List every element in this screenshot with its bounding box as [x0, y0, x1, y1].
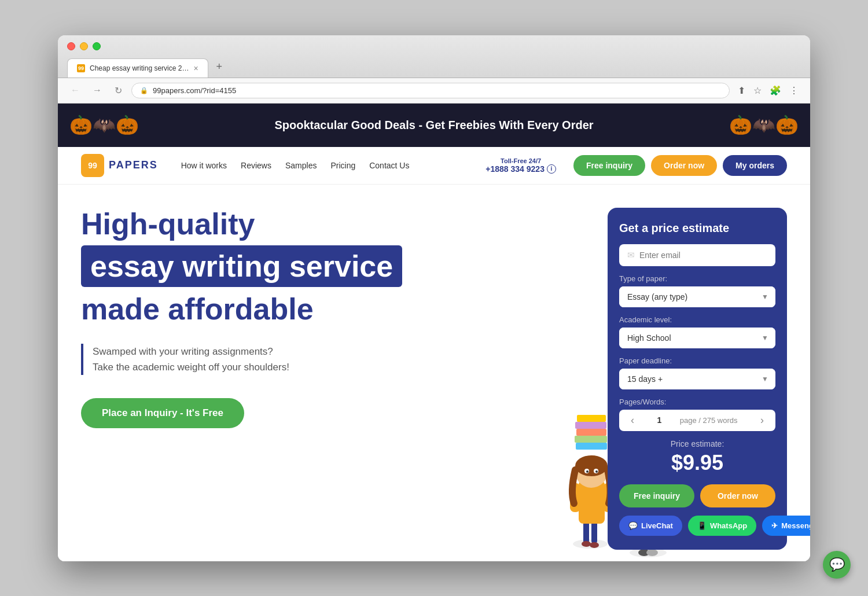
lock-icon: 🔒 [140, 87, 148, 94]
forward-button[interactable]: → [89, 84, 105, 97]
email-form-group: ✉ [619, 244, 775, 266]
email-input-wrapper[interactable]: ✉ [619, 244, 775, 266]
extensions-icon[interactable]: 🧩 [767, 83, 784, 98]
paper-type-group: Type of paper: Essay (any type) Research… [619, 274, 775, 307]
address-bar[interactable]: 🔒 99papers.com/?rid=4155 [131, 83, 730, 98]
hero-desc-line1: Swamped with your writing assignments? [93, 344, 596, 359]
share-icon[interactable]: ⬆ [735, 83, 748, 98]
pumpkin-1: 🎃 [69, 114, 93, 136]
new-tab-button[interactable]: + [211, 56, 229, 78]
paper-type-label: Type of paper: [619, 274, 775, 283]
address-bar-row: ← → ↻ 🔒 99papers.com/?rid=4155 ⬆ ☆ 🧩 ⋮ [58, 78, 810, 104]
traffic-lights [67, 42, 801, 50]
logo-short: 99 [88, 161, 97, 170]
price-estimate-card: Get a price estimate ✉ Type of paper: Es… [608, 208, 787, 550]
close-button[interactable] [67, 42, 75, 50]
bat-1: 🦇 [93, 114, 116, 136]
nav-links: How it works Reviews Samples Pricing Con… [181, 161, 475, 170]
price-estimate-label: Price estimate: [619, 439, 775, 448]
nav-pricing[interactable]: Pricing [330, 161, 355, 170]
nav-samples[interactable]: Samples [285, 161, 317, 170]
deadline-select-wrapper: 15 days + 10 days 7 days 5 days 3 days 2… [619, 369, 775, 389]
tab-close-button[interactable]: × [193, 64, 198, 73]
order-now-button[interactable]: Order now [651, 155, 717, 176]
card-free-inquiry-button[interactable]: Free inquiry [619, 484, 694, 507]
academic-level-group: Academic level: High School Undergraduat… [619, 315, 775, 348]
svg-rect-1 [583, 521, 589, 544]
svg-rect-2 [591, 521, 597, 544]
float-chat-button[interactable]: 💬 [823, 551, 851, 579]
price-estimate-value: $9.95 [619, 451, 775, 475]
browser-titlebar: 99 Cheap essay writing service 2… × + [58, 35, 810, 78]
deadline-select[interactable]: 15 days + 10 days 7 days 5 days 3 days 2… [619, 369, 775, 389]
svg-point-13 [595, 470, 598, 473]
svg-rect-15 [575, 436, 607, 443]
bat-2: 🦇 [752, 114, 775, 136]
chat-buttons: 💬 LiveChat 📱 WhatsApp ✈ Messenger [619, 516, 775, 536]
pages-decrement-button[interactable]: ‹ [626, 414, 639, 426]
pages-increment-button[interactable]: › [756, 414, 768, 426]
svg-point-9 [575, 455, 608, 476]
url-text: 99papers.com/?rid=4155 [153, 86, 236, 95]
nav-contact-us[interactable]: Contact Us [369, 161, 409, 170]
free-inquiry-button[interactable]: Free inquiry [573, 155, 645, 176]
paper-type-select-wrapper: Essay (any type) Research Paper Term Pap… [619, 286, 775, 307]
banner-text: Spooktacular Good Deals - Get Freebies W… [274, 119, 593, 132]
pages-label: Pages/Words: [619, 398, 775, 406]
float-chat-icon: 💬 [829, 557, 845, 572]
pages-counter: ‹ 1 page / 275 words › [619, 410, 775, 431]
svg-point-4 [590, 542, 599, 548]
minimize-button[interactable] [80, 42, 88, 50]
pumpkin-2: 🎃 [116, 114, 139, 136]
browser-toolbar: ⬆ ☆ 🧩 ⋮ [735, 83, 801, 98]
deadline-group: Paper deadline: 15 days + 10 days 7 days… [619, 356, 775, 389]
logo-icon: 99 [81, 154, 104, 177]
bookmark-icon[interactable]: ☆ [751, 83, 764, 98]
svg-point-3 [582, 541, 591, 547]
maximize-button[interactable] [93, 42, 101, 50]
card-actions: Free inquiry Order now [619, 484, 775, 507]
reload-button[interactable]: ↻ [111, 84, 126, 97]
hero-title-top: High-quality [81, 208, 596, 241]
pages-unit: page / 275 words [680, 416, 738, 425]
messenger-button[interactable]: ✈ Messenger [762, 516, 810, 536]
hero-title-bottom: made affordable [81, 292, 596, 326]
svg-rect-17 [575, 422, 606, 429]
pages-group: Pages/Words: ‹ 1 page / 275 words › [619, 398, 775, 431]
nav-actions: Free inquiry Order now My orders [573, 155, 787, 176]
toll-free-label: Toll-Free 24/7 [486, 157, 556, 164]
hero-title-highlight: essay writing service [81, 245, 402, 287]
pumpkin-3: 🎃 [729, 114, 752, 136]
card-order-now-button[interactable]: Order now [700, 484, 775, 507]
paper-type-select[interactable]: Essay (any type) Research Paper Term Pap… [619, 286, 775, 307]
pages-count: 1 [657, 415, 661, 425]
whatsapp-button[interactable]: 📱 WhatsApp [688, 516, 756, 536]
menu-icon[interactable]: ⋮ [787, 83, 801, 98]
svg-point-12 [586, 470, 589, 473]
livechat-button[interactable]: 💬 LiveChat [619, 516, 682, 536]
whatsapp-icon: 📱 [697, 521, 707, 530]
tab-bar: 99 Cheap essay writing service 2… × + [67, 56, 801, 78]
info-icon[interactable]: i [547, 164, 556, 174]
svg-rect-16 [576, 429, 606, 436]
site-logo[interactable]: 99 PAPERS [81, 154, 158, 177]
svg-point-30 [646, 549, 658, 556]
website-content: 🎃 🦇 🎃 🎃 🦇 🎃 Spooktacular Good Deals - Ge… [58, 104, 810, 561]
email-icon: ✉ [627, 250, 635, 260]
nav-reviews[interactable]: Reviews [241, 161, 271, 170]
active-tab[interactable]: 99 Cheap essay writing service 2… × [67, 58, 208, 78]
price-card-title: Get a price estimate [619, 222, 775, 235]
academic-level-select[interactable]: High School Undergraduate Master's PhD [619, 328, 775, 348]
phone-number: +1888 334 9223 i [486, 164, 556, 174]
nav-how-it-works[interactable]: How it works [181, 161, 227, 170]
messenger-icon: ✈ [771, 521, 778, 530]
place-inquiry-button[interactable]: Place an Inquiry - It's Free [81, 398, 244, 428]
logo-text: PAPERS [109, 159, 158, 171]
back-button[interactable]: ← [67, 84, 83, 97]
hero-section: High-quality essay writing service made … [58, 185, 810, 561]
main-navigation: 99 PAPERS How it works Reviews Samples P… [58, 147, 810, 185]
svg-rect-14 [576, 443, 607, 450]
email-input[interactable] [639, 251, 767, 260]
my-orders-button[interactable]: My orders [723, 155, 787, 176]
browser-window: 99 Cheap essay writing service 2… × + ← … [58, 35, 810, 561]
